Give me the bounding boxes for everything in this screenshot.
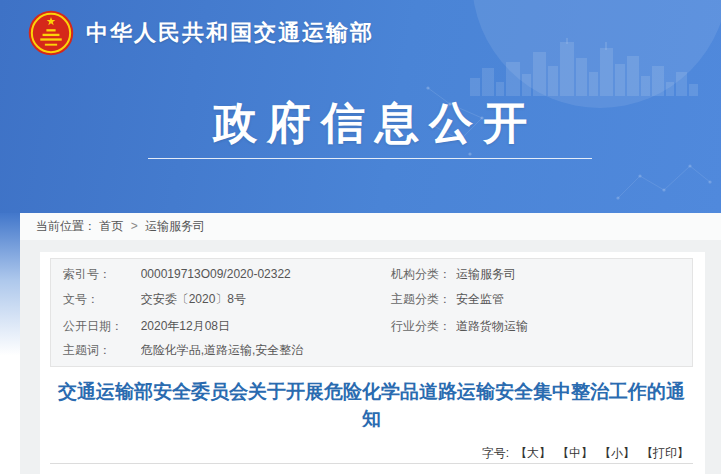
print-button[interactable]: 【打印】 (641, 446, 689, 460)
meta-value: 道路货物运输 (456, 313, 692, 340)
page: 中华人民共和国交通运输部 政府信息公开 当前位置： 首页 > 运输服务司 索引号… (0, 0, 721, 474)
meta-value: 安全监管 (456, 286, 692, 313)
title-underline (148, 158, 592, 159)
meta-row: 公开日期： 2020年12月08日 行业分类： 道路货物运输 (51, 313, 693, 340)
breadcrumb-label: 当前位置： (36, 219, 96, 233)
meta-value (456, 340, 692, 367)
meta-label: 主题词： (51, 340, 141, 367)
meta-value: 000019713O09/2020-02322 (141, 259, 379, 286)
site-name: 中华人民共和国交通运输部 (86, 18, 374, 48)
meta-label: 文号： (51, 286, 141, 313)
content-area: 当前位置： 首页 > 运输服务司 索引号： 000019713O09/2020-… (20, 213, 721, 474)
meta-label: 索引号： (51, 259, 141, 286)
meta-label: 主题分类： (379, 286, 456, 313)
font-medium-button[interactable]: 【中】 (557, 446, 593, 460)
page-title: 政府信息公开 (148, 94, 592, 153)
meta-table: 索引号： 000019713O09/2020-02322 机构分类： 运输服务司… (50, 258, 693, 367)
meta-label: 公开日期： (51, 313, 141, 340)
font-size-label: 字号: (482, 446, 509, 460)
meta-value: 交安委〔2020〕8号 (141, 286, 379, 313)
meta-value: 运输服务司 (456, 259, 692, 286)
constellation-decoration-right (612, 138, 718, 210)
content-divider (50, 463, 693, 464)
meta-value: 危险化学品,道路运输,安全整治 (141, 340, 379, 367)
meta-label (379, 340, 456, 367)
font-small-button[interactable]: 【小】 (599, 446, 635, 460)
font-size-controls: 字号:【大】【中】【小】【打印】 (482, 445, 689, 462)
meta-label: 机构分类： (379, 259, 456, 286)
breadcrumb: 当前位置： 首页 > 运输服务司 (20, 213, 721, 240)
meta-row: 索引号： 000019713O09/2020-02322 机构分类： 运输服务司 (51, 259, 693, 286)
national-emblem-icon (28, 9, 74, 57)
left-gradient-stripe (0, 213, 20, 363)
city-skyline-icon (470, 38, 702, 96)
document-card: 索引号： 000019713O09/2020-02322 机构分类： 运输服务司… (40, 252, 705, 474)
breadcrumb-dept-link[interactable]: 运输服务司 (145, 219, 205, 233)
site-masthead: 中华人民共和国交通运输部 (28, 8, 374, 58)
document-title: 交通运输部安全委员会关于开展危险化学品道路运输安全集中整治工作的通知 (50, 378, 693, 432)
meta-label: 行业分类： (379, 313, 456, 340)
breadcrumb-separator: > (131, 219, 138, 233)
meta-row: 文号： 交安委〔2020〕8号 主题分类： 安全监管 (51, 286, 693, 313)
font-large-button[interactable]: 【大】 (515, 446, 551, 460)
breadcrumb-home-link[interactable]: 首页 (99, 219, 123, 233)
meta-row: 主题词： 危险化学品,道路运输,安全整治 (51, 340, 693, 367)
meta-value: 2020年12月08日 (141, 313, 379, 340)
banner: 中华人民共和国交通运输部 政府信息公开 (0, 0, 721, 213)
